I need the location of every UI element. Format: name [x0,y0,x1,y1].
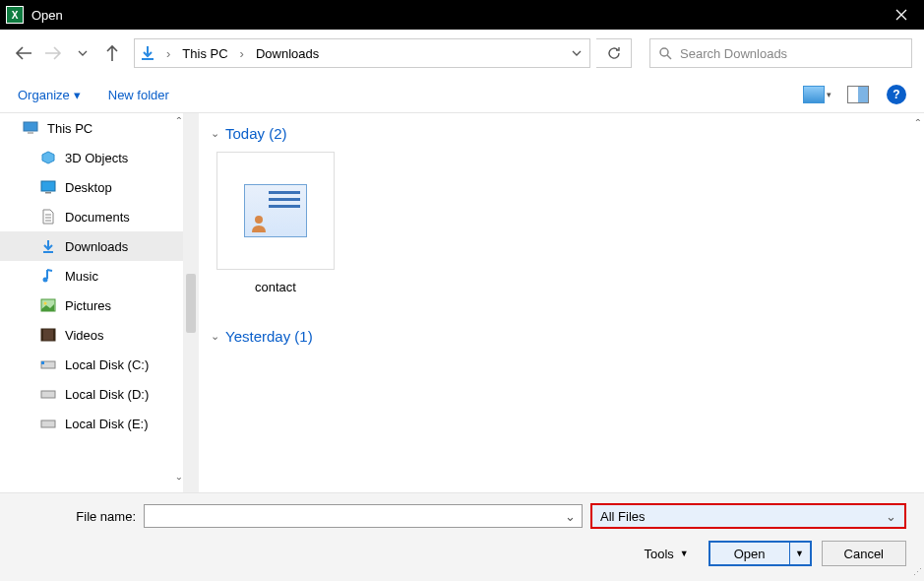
breadcrumb-root[interactable]: This PC [180,46,229,61]
tree-item-videos[interactable]: Videos [0,320,183,350]
tree-item-local-disk-e[interactable]: Local Disk (E:) [0,409,183,438]
cancel-button[interactable]: Cancel [822,541,906,566]
contact-file-icon [244,184,307,237]
tree-item-downloads[interactable]: Downloads [0,231,183,261]
svg-rect-1 [24,122,37,131]
scroll-up-icon[interactable]: ˆ [916,117,920,132]
splitter[interactable] [183,113,199,492]
pictures-icon [39,297,57,313]
dropdown-arrow-icon: ▾ [827,90,832,99]
svg-point-15 [255,216,263,224]
tree-item-3d-objects[interactable]: 3D Objects [0,143,183,172]
thumbnails-view-icon [803,86,825,103]
disk-icon [39,356,57,372]
tree-item-local-disk-c[interactable]: Local Disk (C:) [0,350,183,379]
address-dropdown[interactable] [568,49,585,57]
svg-rect-2 [28,132,33,134]
toolbar: Organize ▾ New folder ▾ ? [0,77,924,112]
desktop-icon [39,179,57,195]
svg-point-7 [44,302,47,305]
tree-item-local-disk-d[interactable]: Local Disk (D:) [0,379,183,409]
tools-menu[interactable]: Tools ▼ [644,547,688,561]
filename-input[interactable]: ⌄ [144,504,583,528]
disk-icon [39,386,57,402]
tree-item-label: Music [65,269,98,284]
open-dropdown[interactable]: ▼ [790,543,810,564]
filename-label: File name: [18,509,136,524]
svg-rect-14 [41,420,55,427]
svg-point-5 [43,278,48,283]
tree-item-label: Videos [65,328,104,343]
file-name: contact [216,280,335,294]
dropdown-arrow-icon: ▾ [74,88,81,102]
chevron-right-icon: › [162,46,174,61]
3d-objects-icon [39,150,57,165]
tree-item-label: Pictures [65,298,111,313]
open-button[interactable]: Open ▼ [708,541,812,566]
filename-row: File name: ⌄ All Files ⌄ [18,503,906,529]
file-list: ˆ ⌄ Today (2) contact ⌄ Yesterday (1) [199,113,924,492]
tree-item-pictures[interactable]: Pictures [0,290,183,320]
scroll-up-icon[interactable]: ˆ [177,115,181,130]
chevron-down-icon: ⌄ [211,330,219,343]
tree-item-label: Desktop [65,180,112,195]
search-icon [658,46,672,60]
tree-item-label: Documents [65,210,130,225]
chevron-down-icon: ⌄ [211,127,219,140]
tree-item-label: Local Disk (E:) [65,417,149,431]
tree-item-label: 3D Objects [65,151,128,165]
refresh-button[interactable] [596,38,632,68]
svg-point-0 [660,48,668,56]
file-item[interactable]: contact [216,152,335,294]
tree-item-this-pc[interactable]: This PC [0,113,183,143]
group-header-yesterday[interactable]: ⌄ Yesterday (1) [211,328,912,345]
dropdown-arrow-icon: ⌄ [886,509,896,524]
excel-app-icon: X [6,6,24,24]
help-button[interactable]: ? [887,85,906,104]
music-icon [39,268,57,284]
svg-rect-12 [41,361,44,364]
filetype-select[interactable]: All Files ⌄ [590,503,906,529]
dropdown-arrow-icon: ▼ [680,549,689,558]
tree-item-label: Local Disk (D:) [65,387,149,402]
tree-item-label: This PC [47,121,92,136]
svg-rect-4 [45,192,51,194]
svg-rect-10 [53,329,55,341]
nav-recent-dropdown[interactable] [71,41,94,65]
button-row: Tools ▼ Open ▼ Cancel [18,541,906,566]
svg-rect-13 [41,391,55,398]
search-placeholder: Search Downloads [680,46,787,61]
view-mode-button[interactable]: ▾ [803,86,832,103]
group-header-today[interactable]: ⌄ Today (2) [211,125,912,142]
dropdown-arrow-icon[interactable]: ⌄ [565,509,576,524]
address-bar[interactable]: › This PC › Downloads [134,38,590,68]
nav-back-button[interactable] [12,41,35,65]
new-folder-button[interactable]: New folder [108,88,169,102]
downloads-folder-icon [139,44,156,62]
filetype-value: All Files [600,509,646,524]
group-header-label: Today (2) [225,125,287,142]
body-panel: ˆ This PC 3D Objects Desktop Documents D… [0,112,924,492]
videos-icon [39,327,57,343]
window-close-button[interactable] [879,0,924,30]
tree-item-music[interactable]: Music [0,261,183,290]
scroll-down-icon[interactable]: ˇ [177,476,181,490]
disk-icon [39,416,57,431]
tree-item-label: Local Disk (C:) [65,357,149,372]
tree-item-desktop[interactable]: Desktop [0,172,183,202]
resize-grip[interactable]: ⋰ [913,567,920,577]
nav-up-button[interactable] [100,41,124,65]
computer-icon [22,120,39,136]
downloads-icon [39,238,57,254]
file-thumbnail [216,152,335,270]
view-controls: ▾ ? [803,85,906,104]
preview-pane-button[interactable] [847,86,869,103]
search-input[interactable]: Search Downloads [649,38,912,68]
group-header-label: Yesterday (1) [225,328,313,345]
tree-item-documents[interactable]: Documents [0,202,183,231]
svg-rect-8 [41,329,55,341]
breadcrumb-current[interactable]: Downloads [254,46,321,61]
navigation-row: › This PC › Downloads Search Downloads [0,30,924,77]
nav-forward-button[interactable] [41,41,65,65]
organize-menu[interactable]: Organize ▾ [18,88,81,102]
